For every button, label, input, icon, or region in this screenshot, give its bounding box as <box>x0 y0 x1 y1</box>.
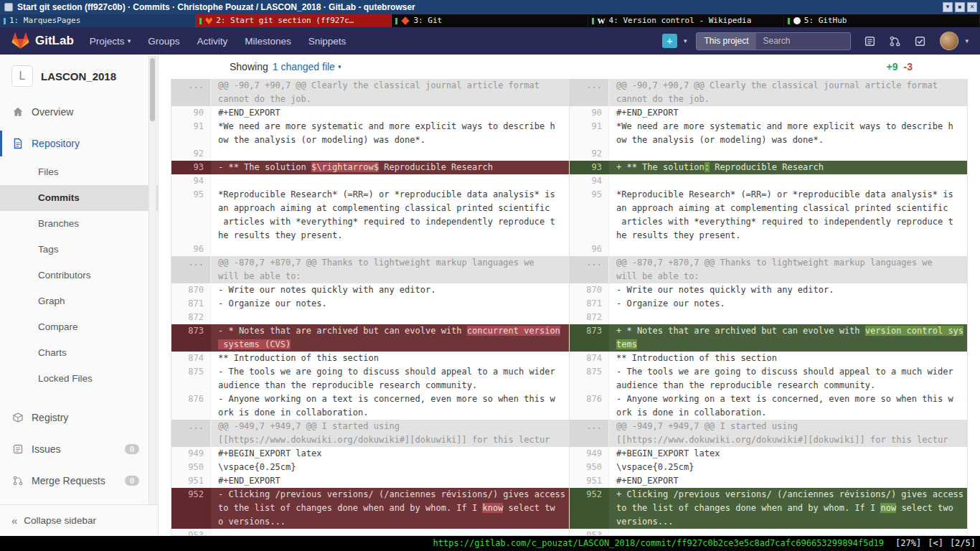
scrollbar-thumb[interactable] <box>150 58 155 121</box>
sidebar-item-contributors[interactable]: Contributors <box>0 263 158 288</box>
search-field <box>756 33 852 50</box>
project-header[interactable]: L LASCON_2018 <box>0 55 158 96</box>
diff-code-line: - Organize our notes. <box>218 297 569 311</box>
tab-github[interactable]: 5: GitHub <box>784 14 980 27</box>
history-indicator: [<] <box>928 536 943 551</box>
line-number[interactable]: 95 <box>171 188 211 242</box>
search-input[interactable] <box>762 35 852 47</box>
line-number[interactable]: 876 <box>569 392 609 420</box>
merge-requests-icon[interactable] <box>888 34 901 47</box>
sidebar-item-charts[interactable]: Charts <box>0 340 158 366</box>
line-number[interactable]: 871 <box>171 297 211 311</box>
line-number[interactable]: 94 <box>171 174 211 188</box>
diff-row: 876- Anyone working on a text is concern… <box>171 392 967 420</box>
diff-code-line: #+END_EXPORT <box>616 474 967 488</box>
window-titlebar: Start git section (ff927c0b) · Commits ·… <box>0 0 980 14</box>
nav-projects[interactable]: Projects ▾ <box>90 36 131 47</box>
sidebar-item-branches[interactable]: Branches <box>0 211 158 237</box>
line-number[interactable]: 91 <box>569 120 609 147</box>
line-number[interactable]: 875 <box>171 365 211 392</box>
line-number[interactable]: 953 <box>569 529 609 536</box>
sidebar-item-tags[interactable]: Tags <box>0 237 158 263</box>
diff-code-cell: - Anyone working on a text is concerned,… <box>609 392 967 420</box>
line-number[interactable]: 875 <box>569 365 609 392</box>
line-number[interactable]: 950 <box>171 461 211 474</box>
diff-code-cell: #+END_EXPORT <box>211 474 569 488</box>
avatar[interactable] <box>940 32 958 50</box>
changed-files-dropdown[interactable]: 1 changed file ▾ <box>273 61 341 72</box>
line-number[interactable]: 872 <box>569 311 609 324</box>
minimize-button[interactable]: ▼ <box>943 2 953 12</box>
sidebar-item-overview[interactable]: Overview <box>0 96 158 128</box>
line-number[interactable]: 872 <box>171 311 211 324</box>
line-number[interactable]: 871 <box>569 297 609 311</box>
line-number[interactable]: 949 <box>171 447 211 461</box>
nav-milestones[interactable]: Milestones <box>245 36 291 47</box>
nav-snippets[interactable]: Snippets <box>308 36 347 47</box>
line-number[interactable]: 91 <box>171 120 211 147</box>
sidebar-item-files[interactable]: Files <box>0 159 158 185</box>
line-number[interactable]: 92 <box>171 147 211 161</box>
line-number[interactable]: 93 <box>569 161 609 174</box>
line-number[interactable]: 870 <box>171 283 211 297</box>
close-button[interactable]: ✕ <box>967 2 977 12</box>
diff-code-line: #+BEGIN_EXPORT latex <box>218 447 569 461</box>
diff-code-line: ow the analysis (or modeling) was done*. <box>218 133 569 147</box>
line-number[interactable]: 96 <box>569 242 609 256</box>
line-number[interactable]: 874 <box>569 352 609 365</box>
search-scope-button[interactable]: This project <box>697 33 755 50</box>
diff-code-cell: #+END_EXPORT <box>609 474 967 488</box>
diff-row: 9696 <box>171 242 967 256</box>
collapse-sidebar-button[interactable]: « Collapse sidebar <box>0 504 158 536</box>
diff-code-line: - Write our notes quickly with any edito… <box>218 283 569 297</box>
gitlab-logo-link[interactable]: GitLab <box>11 32 74 50</box>
sidebar-item-issues[interactable]: Issues 0 <box>0 433 158 465</box>
line-number[interactable]: 874 <box>171 352 211 365</box>
nav-groups[interactable]: Groups <box>148 36 179 47</box>
new-dropdown-button[interactable]: + <box>662 34 677 48</box>
line-number[interactable]: 90 <box>569 106 609 120</box>
nav-activity[interactable]: Activity <box>197 36 227 47</box>
line-number[interactable]: 96 <box>171 242 211 256</box>
line-number[interactable]: 952 <box>171 488 211 529</box>
diff-code-line: #+END_EXPORT <box>218 106 569 120</box>
diff-row: 950\vspace{0.25cm}950\vspace{0.25cm} <box>171 461 967 474</box>
tab-start-git-section[interactable]: 2: Start git section (ff927c… <box>196 14 392 27</box>
line-number[interactable]: 90 <box>171 106 211 120</box>
sidebar-item-repository[interactable]: Repository <box>0 128 158 159</box>
maximize-button[interactable]: ■ <box>955 2 965 12</box>
sidebar-item-registry[interactable]: Registry <box>0 402 158 433</box>
sidebar-item-merge-requests[interactable]: Merge Requests 0 <box>0 465 158 496</box>
diff-table: ...@@ -90,7 +90,7 @@ Clearly the classic… <box>171 79 967 536</box>
line-number[interactable]: 94 <box>569 174 609 188</box>
line-number[interactable]: 952 <box>569 488 609 529</box>
sidebar-item-commits[interactable]: Commits <box>0 185 158 211</box>
sidebar-scrollbar[interactable] <box>149 56 156 534</box>
tab-version-control-wikipedia[interactable]: W 4: Version control - Wikipedia <box>588 14 784 27</box>
line-number[interactable]: 873 <box>569 324 609 352</box>
line-number[interactable]: 92 <box>569 147 609 161</box>
diff-code-line: + Clicking /previous versions/ (/ancienn… <box>616 488 967 501</box>
line-number[interactable]: 95 <box>569 188 609 242</box>
line-number[interactable]: 873 <box>171 324 211 352</box>
line-number[interactable]: 93 <box>171 161 211 174</box>
issues-icon[interactable] <box>863 34 876 47</box>
tab-load-indicator <box>4 18 6 24</box>
diff-code-cell <box>609 242 967 256</box>
sidebar: L LASCON_2018 Overview Repository Files … <box>0 55 159 536</box>
tab-marquespages[interactable]: 1: MarquesPages <box>0 14 196 27</box>
line-number[interactable]: 870 <box>569 283 609 297</box>
diff-code-cell <box>211 242 569 256</box>
todos-icon[interactable] <box>913 34 926 47</box>
sidebar-item-graph[interactable]: Graph <box>0 288 158 314</box>
diff-code-cell <box>211 174 569 188</box>
line-number[interactable]: 951 <box>171 474 211 488</box>
sidebar-item-locked-files[interactable]: Locked Files <box>0 366 158 392</box>
tab-git[interactable]: 3: Git <box>392 14 588 27</box>
line-number[interactable]: 950 <box>569 461 609 474</box>
line-number[interactable]: 949 <box>569 447 609 461</box>
line-number[interactable]: 876 <box>171 392 211 420</box>
line-number[interactable]: 951 <box>569 474 609 488</box>
line-number[interactable]: 953 <box>171 529 211 536</box>
sidebar-item-compare[interactable]: Compare <box>0 314 158 340</box>
